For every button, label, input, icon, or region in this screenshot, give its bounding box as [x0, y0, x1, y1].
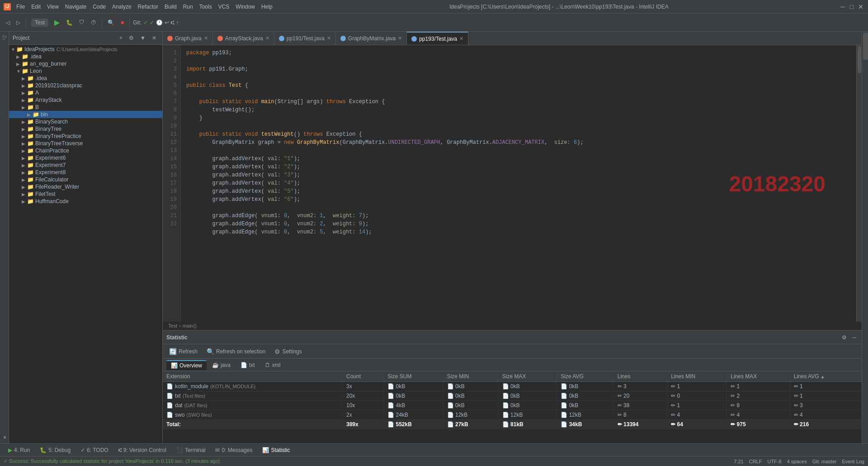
- tree-item-root[interactable]: ▼ 📁 IdeaProjects C:\Users\Leon\IdeaProje…: [9, 46, 162, 53]
- status-charset[interactable]: UTF-8: [767, 459, 781, 464]
- tree-item-huffman[interactable]: ▶ 📁 HuffmanCode: [9, 198, 162, 205]
- col-lines-avg[interactable]: Lines AVG ▲: [790, 371, 861, 382]
- refresh-on-selection-button[interactable]: 🔍 Refresh on selection: [204, 347, 268, 356]
- stat-tab-java[interactable]: ☕ java: [208, 361, 235, 370]
- close-button[interactable]: ✕: [857, 3, 864, 10]
- refresh-button[interactable]: 🔄 Refresh: [166, 347, 200, 356]
- menu-file[interactable]: File: [14, 3, 28, 11]
- menu-tools[interactable]: Tools: [197, 3, 215, 11]
- menu-vcs[interactable]: VCS: [216, 3, 232, 11]
- git-upload[interactable]: ↑: [176, 19, 179, 26]
- menu-code[interactable]: Code: [90, 3, 108, 11]
- col-size-min[interactable]: Size MIN: [443, 371, 498, 382]
- run-button[interactable]: ▶: [52, 17, 62, 28]
- menu-edit[interactable]: Edit: [28, 3, 43, 11]
- table-row[interactable]: 📄 dat (DAT files) 10x 📄 4kB 📄 0kB 📄 0kB …: [163, 401, 862, 410]
- tree-item-binarytreepractice[interactable]: ▶ 📁 BinaryTreePractice: [9, 133, 162, 140]
- status-event-log[interactable]: Event Log: [842, 459, 864, 464]
- project-close-button[interactable]: ✕: [150, 33, 159, 43]
- col-size-sum[interactable]: Size SUM: [384, 371, 443, 382]
- settings-button[interactable]: ⚙ Settings: [272, 347, 304, 356]
- tree-item-a[interactable]: ▶ 📁 A: [9, 89, 162, 96]
- scrollbar-thumb[interactable]: [858, 46, 861, 73]
- menu-analyze[interactable]: Analyze: [109, 3, 134, 11]
- tab-close-arraystack[interactable]: ✕: [265, 35, 269, 41]
- tab-graphbymatrix[interactable]: GraphByMatrix.java ✕: [336, 32, 407, 45]
- code-content[interactable]: package pp193; import pp191.Graph; publi…: [181, 45, 856, 322]
- tree-item-idea[interactable]: ▶ 📁 .idea: [9, 53, 162, 60]
- tree-item-classprac[interactable]: ▶ 📁 20191021classprac: [9, 82, 162, 89]
- project-collapse-button[interactable]: ▼: [138, 33, 148, 43]
- git-branch[interactable]: ⑆: [171, 19, 174, 26]
- col-size-avg[interactable]: Size AVG: [557, 371, 613, 382]
- status-tab-vcs[interactable]: ⑆ 9: Version Control: [114, 446, 171, 455]
- scrollbar-right[interactable]: [856, 45, 862, 322]
- tree-item-leon-idea[interactable]: ▶ 📁 .idea: [9, 75, 162, 82]
- maximize-button[interactable]: □: [848, 3, 855, 10]
- tab-close-graph[interactable]: ✕: [204, 35, 208, 41]
- stat-tab-overview[interactable]: 📊 Overview: [166, 360, 207, 370]
- tree-item-egg-burner[interactable]: ▶ 📁 an_egg_burner: [9, 60, 162, 67]
- git-check[interactable]: ✓: [143, 19, 148, 26]
- bottom-actions[interactable]: ⚙ ─: [840, 333, 858, 342]
- breadcrumb-test[interactable]: Test: [168, 323, 177, 328]
- tree-item-b[interactable]: ▶ 📁 B: [9, 104, 162, 111]
- statistic-settings-button[interactable]: ⚙: [840, 333, 849, 342]
- status-tab-todo[interactable]: ✓ 6: TODO: [76, 446, 113, 455]
- menu-navigate[interactable]: Navigate: [62, 3, 89, 11]
- project-add-button[interactable]: +: [117, 33, 125, 43]
- tree-item-binarytree[interactable]: ▶ 📁 BinaryTree: [9, 125, 162, 133]
- tree-item-filecalc[interactable]: ▶ 📁 FileCalculator: [9, 176, 162, 183]
- table-row[interactable]: 📄 txt (Text files) 20x 📄 0kB 📄 0kB 📄 0kB…: [163, 391, 862, 401]
- tab-close-pp191[interactable]: ✕: [327, 35, 331, 41]
- tree-item-bin[interactable]: ▶ 📁 bin: [9, 111, 162, 118]
- stop-button[interactable]: ■: [118, 18, 126, 27]
- tab-close-pp193[interactable]: ✕: [459, 36, 463, 42]
- tree-item-leon[interactable]: ▼ 📁 Leon: [9, 67, 162, 75]
- col-lines[interactable]: Lines: [613, 371, 667, 382]
- stat-table-container[interactable]: Extension Count Size SUM Size MIN Size M…: [163, 371, 862, 443]
- statistic-minimize-button[interactable]: ─: [850, 333, 858, 342]
- status-tab-messages[interactable]: ✉ 0: Messages: [211, 446, 257, 455]
- tree-item-exp8[interactable]: ▶ 📁 Experiment8: [9, 169, 162, 176]
- project-settings-button[interactable]: ⚙: [127, 33, 136, 43]
- minimize-button[interactable]: ─: [839, 3, 846, 10]
- tab-pp191-test[interactable]: pp191/Test.java ✕: [274, 32, 336, 45]
- menu-window[interactable]: Window: [233, 3, 258, 11]
- forward-button[interactable]: ▷: [14, 18, 23, 27]
- col-lines-min[interactable]: Lines MIN: [667, 371, 727, 382]
- col-size-max[interactable]: Size MAX: [498, 371, 557, 382]
- col-extension[interactable]: Extension: [163, 371, 343, 382]
- status-git[interactable]: Git: master: [812, 459, 837, 464]
- table-row[interactable]: 📄 swo (SWO files) 2x 📄 24kB 📄 12kB 📄 12k…: [163, 410, 862, 420]
- git-undo[interactable]: ↩: [165, 19, 169, 26]
- right-scrollbar-thumb[interactable]: [863, 33, 868, 60]
- favorites-icon[interactable]: ★: [2, 435, 7, 440]
- status-tab-debug[interactable]: 🐛 5: Debug: [35, 446, 75, 455]
- tree-item-exp6[interactable]: ▶ 📁 Experiment6: [9, 154, 162, 162]
- menu-refactor[interactable]: Refactor: [135, 3, 161, 11]
- status-indent[interactable]: 4 spaces: [787, 459, 807, 464]
- git-checkmark[interactable]: ✓: [150, 19, 154, 26]
- tree-item-binarysearch[interactable]: ▶ 📁 BinarySearch: [9, 118, 162, 125]
- tab-pp193-test[interactable]: pp193/Test.java ✕: [407, 32, 468, 45]
- tree-item-chainpractice[interactable]: ▶ 📁 ChainPractice: [9, 147, 162, 154]
- status-tab-terminal[interactable]: ⬛ Terminal: [172, 446, 210, 455]
- find-button[interactable]: 🔍: [105, 18, 117, 27]
- back-button[interactable]: ◁: [4, 18, 12, 27]
- col-count[interactable]: Count: [343, 371, 384, 382]
- stat-tab-txt[interactable]: 📄 txt: [236, 361, 259, 370]
- window-controls[interactable]: ─ □ ✕: [839, 3, 864, 10]
- tree-item-exp7[interactable]: ▶ 📁 Experiment7: [9, 162, 162, 169]
- tree-item-binarytreetraverse[interactable]: ▶ 📁 BinaryTreeTraverse: [9, 140, 162, 147]
- menu-view[interactable]: View: [44, 3, 61, 11]
- stat-tab-xml[interactable]: 🗒 xml: [260, 361, 285, 370]
- status-line-col[interactable]: 7:21: [734, 459, 743, 464]
- breadcrumb-main[interactable]: main(): [183, 323, 197, 328]
- tab-arraystack-java[interactable]: ArrayStack.java ✕: [213, 32, 274, 45]
- status-crlf[interactable]: CRLF: [749, 459, 762, 464]
- debug-button[interactable]: 🐛: [64, 18, 75, 27]
- run-config[interactable]: Test: [31, 19, 48, 27]
- tree-item-arraystack[interactable]: ▶ 📁 ArrayStack: [9, 96, 162, 104]
- status-tab-run[interactable]: ▶ 4: Run: [4, 446, 34, 455]
